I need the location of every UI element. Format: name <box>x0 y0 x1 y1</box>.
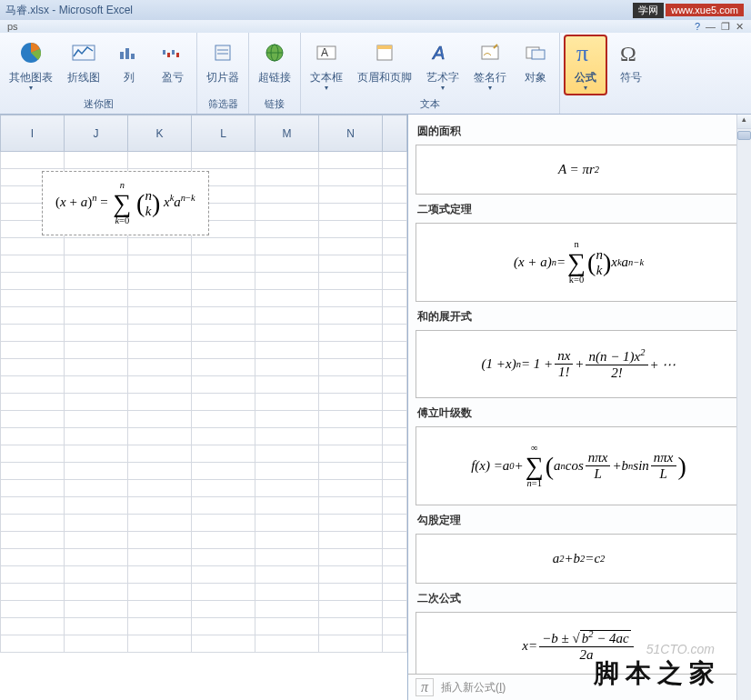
column-header[interactable]: L <box>192 115 255 152</box>
gallery-item-title: 圆的面积 <box>417 124 740 139</box>
window-title: 马睿.xlsx - Microsoft Excel <box>5 3 633 18</box>
gallery-item-binomial[interactable]: (x + a)n = n∑k=0 nk xkan−k <box>416 223 742 302</box>
svg-rect-5 <box>163 50 165 55</box>
ribbon-group-filters: 切片器 筛选器 <box>197 33 249 114</box>
gallery-item-expansion[interactable]: (1 + x)n = 1 + nx1! + n(n − 1)x22! + ⋯ <box>416 330 742 398</box>
wordart-icon: A <box>428 38 457 67</box>
chevron-down-icon: ▾ <box>584 84 587 92</box>
svg-rect-18 <box>377 45 392 49</box>
svg-rect-20 <box>482 46 498 59</box>
sparkline-winloss-button[interactable]: 盈亏 <box>153 35 193 87</box>
ribbon-group-symbols: π 公式 ▾ Ω 符号 <box>560 33 655 114</box>
gallery-item-circle-area[interactable]: A = πr2 <box>416 145 742 195</box>
badge-right: www.xue5.com <box>666 4 744 16</box>
gallery-item-pythagoras[interactable]: a2 + b2 = c2 <box>416 534 742 584</box>
badge-left: 学网 <box>633 3 664 18</box>
chevron-down-icon: ▾ <box>441 84 445 92</box>
header-footer-button[interactable]: 页眉和页脚 <box>352 35 417 87</box>
sparkline-column-button[interactable]: 列 <box>109 35 149 87</box>
omega-icon: Ω <box>616 38 646 67</box>
gallery-item-title: 和的展开式 <box>417 309 740 325</box>
quick-access-toolbar: ps ? — ❐ ✕ <box>0 20 751 33</box>
symbol-button[interactable]: Ω 符号 <box>611 35 651 87</box>
svg-rect-7 <box>172 50 175 55</box>
slicer-icon <box>208 38 237 67</box>
svg-rect-2 <box>120 52 124 59</box>
insert-new-equation-link[interactable]: 插入新公式(I) <box>441 680 506 695</box>
svg-rect-9 <box>215 45 230 60</box>
minimize-button[interactable]: — <box>706 21 716 32</box>
ribbon-group-text: A 文本框 ▾ 页眉和页脚 A 艺术字 ▾ 签名行 ▾ 对象 <box>301 33 560 114</box>
object-button[interactable]: 对象 <box>516 35 556 87</box>
pi-icon: π <box>571 38 600 67</box>
svg-text:Ω: Ω <box>620 42 636 65</box>
gallery-item-fourier[interactable]: f(x) = a0 + ∞∑n=1 (an cosnπxL + bn sinnπ… <box>416 426 742 505</box>
chevron-down-icon: ▾ <box>488 84 492 92</box>
svg-rect-4 <box>131 54 135 59</box>
line-chart-icon <box>69 38 98 67</box>
gallery-item-title: 勾股定理 <box>417 513 740 528</box>
titlebar: 马睿.xlsx - Microsoft Excel 学网 www.xue5.co… <box>0 0 751 20</box>
ribbon: 其他图表 ▾ 折线图 列 盈亏 迷你图 切片器 筛选器 <box>0 33 751 115</box>
object-icon <box>521 38 550 67</box>
other-charts-button[interactable]: 其他图表 ▾ <box>4 35 58 95</box>
svg-text:A: A <box>432 43 445 63</box>
chevron-down-icon: ▾ <box>29 84 33 92</box>
column-header[interactable]: I <box>1 115 65 152</box>
column-chart-icon <box>115 38 144 67</box>
equation-gallery-scroll[interactable]: 圆的面积 A = πr2 二项式定理 (x + a)n = n∑k=0 nk x… <box>408 115 751 674</box>
svg-text:A: A <box>321 46 328 59</box>
ribbon-tab-label: ps <box>7 21 18 32</box>
gallery-item-title: 二次公式 <box>417 591 740 606</box>
gallery-item-quadratic[interactable]: x = −b ± √b2 − 4ac2a <box>416 612 742 674</box>
equation-object[interactable]: (x + a)n = n∑k=0 nk xkan−k <box>42 171 209 235</box>
column-header[interactable]: J <box>65 115 128 152</box>
svg-rect-22 <box>532 50 545 59</box>
gallery-item-title: 傅立叶级数 <box>417 405 740 421</box>
main-area: I J K L M N <box>0 115 751 700</box>
scroll-thumb[interactable] <box>737 131 751 140</box>
textbox-button[interactable]: A 文本框 ▾ <box>305 35 348 95</box>
winloss-chart-icon <box>158 38 187 67</box>
svg-rect-6 <box>167 53 170 57</box>
slicer-button[interactable]: 切片器 <box>201 35 245 87</box>
help-icon[interactable]: ? <box>695 21 700 32</box>
svg-rect-3 <box>125 48 129 59</box>
restore-button[interactable]: ❐ <box>721 21 730 33</box>
ribbon-group-links: 超链接 链接 <box>249 33 301 114</box>
hyperlink-button[interactable]: 超链接 <box>253 35 296 87</box>
equation-gallery-panel: 圆的面积 A = πr2 二项式定理 (x + a)n = n∑k=0 nk x… <box>407 115 751 700</box>
sparkline-line-button[interactable]: 折线图 <box>62 35 105 87</box>
signature-button[interactable]: 签名行 ▾ <box>468 35 512 95</box>
column-header[interactable]: K <box>128 115 192 152</box>
signature-icon <box>476 38 505 67</box>
equation-button[interactable]: π 公式 ▾ <box>564 35 607 95</box>
header-footer-icon <box>370 38 399 67</box>
spreadsheet[interactable]: I J K L M N <box>0 115 407 700</box>
column-header[interactable]: M <box>255 115 319 152</box>
pi-icon: π <box>416 678 434 696</box>
scroll-up-arrow[interactable]: ▴ <box>737 115 751 129</box>
ribbon-group-sparklines: 其他图表 ▾ 折线图 列 盈亏 迷你图 <box>0 33 197 114</box>
svg-text:π: π <box>576 41 588 65</box>
pie-chart-icon <box>16 38 45 67</box>
gallery-item-title: 二项式定理 <box>417 202 740 217</box>
wordart-button[interactable]: A 艺术字 ▾ <box>421 35 465 95</box>
textbox-icon: A <box>312 38 341 67</box>
equation-panel-footer: π 插入新公式(I) <box>408 674 751 700</box>
close-button[interactable]: ✕ <box>736 21 744 33</box>
column-header[interactable]: N <box>319 115 383 152</box>
svg-rect-8 <box>176 53 179 57</box>
vertical-scrollbar[interactable]: ▴ <box>736 115 751 700</box>
chevron-down-icon: ▾ <box>325 84 328 92</box>
column-header[interactable] <box>383 115 407 152</box>
globe-icon <box>260 38 289 67</box>
